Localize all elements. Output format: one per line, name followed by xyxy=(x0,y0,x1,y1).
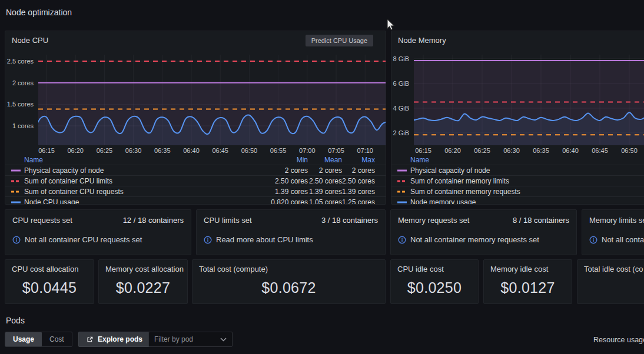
cost-value: $0.0127 xyxy=(484,279,572,296)
x-axis-tick-label: 06:45 xyxy=(587,147,613,154)
legend-min-value: 0.820 cores xyxy=(255,198,308,205)
legend-mean-value: 2 cores xyxy=(308,166,342,175)
legend-max-value: 2 cores xyxy=(342,166,375,175)
series-swatch-icon xyxy=(11,191,21,193)
legend-row[interactable]: Node memory usage xyxy=(391,196,644,204)
row-title-pods[interactable]: Pods xyxy=(6,316,25,325)
y-axis-tick-label: 1.5 cores xyxy=(5,101,34,108)
legend-row[interactable]: Sum of container memory requests xyxy=(391,186,644,196)
legend-header-name: Name xyxy=(397,156,634,164)
stat-link-label: Read more about CPU limits xyxy=(216,235,313,244)
filter-by-pod-placeholder: Filter by pod xyxy=(154,335,193,343)
legend-series-name: Sum of container memory limits xyxy=(410,177,634,185)
cost-title: CPU idle cost xyxy=(397,265,444,273)
legend-min-value: 1.39 cores xyxy=(255,188,308,196)
stat-value: 12 / 18 containers xyxy=(123,216,184,225)
legend-row[interactable]: Node CPU usage0.820 cores1.05 cores1.25 … xyxy=(5,196,386,204)
legend-header-row: Name xyxy=(391,155,644,165)
filter-by-pod-select[interactable]: Filter by pod xyxy=(148,332,233,347)
panel-title-node-memory: Node Memory xyxy=(398,36,446,45)
series-swatch-icon xyxy=(11,180,21,182)
stat-title: Memory limits set xyxy=(589,216,644,225)
stat-link-cpu-limits[interactable]: Read more about CPU limits xyxy=(204,235,313,244)
stat-link-memory-requests[interactable]: Not all container memory requests set xyxy=(398,235,539,244)
legend-row[interactable]: Physical capacity of node xyxy=(391,165,644,175)
legend-row[interactable]: Sum of container memory limits xyxy=(391,175,644,186)
x-axis-tick-label: 06:15 xyxy=(410,147,436,154)
stat-link-label: Not all containe xyxy=(602,235,644,244)
cost-title: Memory cost allocation xyxy=(105,265,184,273)
legend-max-value: 2.50 cores xyxy=(342,177,375,185)
panel-cpu-requests-set: CPU requests set 12 / 18 containers Not … xyxy=(5,209,191,255)
x-axis-tick-label: 07:10 xyxy=(352,147,378,154)
x-axis-tick-label: 06:40 xyxy=(178,147,204,154)
legend-series-name: Node memory usage xyxy=(410,198,634,205)
legend-series-name: Sum of container memory requests xyxy=(410,188,634,196)
info-icon xyxy=(589,236,597,244)
panel-node-memory: Node Memory 8 GiB6 GiB4 GiB2 GiB06:1506:… xyxy=(391,31,644,205)
stat-title: CPU limits set xyxy=(204,216,252,225)
x-axis-tick-label: 06:25 xyxy=(469,147,495,154)
stat-link-cpu-requests[interactable]: Not all container CPU requests set xyxy=(12,235,142,244)
legend-row[interactable]: Sum of container CPU limits2.50 cores2.5… xyxy=(5,175,386,186)
x-axis-tick-label: 06:20 xyxy=(62,147,88,154)
series-swatch-icon xyxy=(397,201,407,203)
legend-min-value: 2 cores xyxy=(255,166,308,175)
mem-plot-area xyxy=(414,55,644,145)
legend-header-name: Name xyxy=(11,156,255,164)
chevron-down-icon xyxy=(220,338,227,342)
panel-memory-idle-cost: Memory idle cost $0.0127 xyxy=(483,259,572,304)
stat-link-label: Not all container CPU requests set xyxy=(25,235,142,244)
legend-header-max: Max xyxy=(342,156,375,164)
legend-row[interactable]: Sum of container CPU requests1.39 cores1… xyxy=(5,186,386,196)
x-axis-tick-label: 06:15 xyxy=(34,147,59,154)
row-title-node-optimization[interactable]: Node optimization xyxy=(6,8,72,17)
cost-value: $0.0227 xyxy=(99,279,187,296)
x-axis-tick-label: 06:45 xyxy=(207,147,233,154)
panel-cpu-limits-set: CPU limits set 3 / 18 containers Read mo… xyxy=(196,209,386,255)
legend-table: NamePhysical capacity of nodeSum of cont… xyxy=(391,155,644,204)
stat-title: CPU requests set xyxy=(12,216,72,225)
legend-mean-value: 2.50 cores xyxy=(308,177,342,185)
x-axis-tick-label: 07:05 xyxy=(323,147,349,154)
x-axis-tick-label: 06:30 xyxy=(121,147,147,154)
tab-usage[interactable]: Usage xyxy=(5,332,42,346)
cost-title: Total idle cost (co xyxy=(584,265,643,273)
legend-header-min: Min xyxy=(255,156,308,164)
y-axis-tick-label: 6 GiB xyxy=(391,80,409,87)
info-icon xyxy=(398,236,406,244)
grafana-dashboard: Node optimization Node CPU Predict CPU U… xyxy=(0,0,644,354)
stat-link-memory-limits[interactable]: Not all containe xyxy=(589,235,644,244)
legend-row[interactable]: Physical capacity of node2 cores2 cores2… xyxy=(5,165,386,175)
panel-total-idle-cost: Total idle cost (co xyxy=(577,259,644,304)
cpu-plot-area xyxy=(38,55,386,145)
info-icon xyxy=(204,236,212,244)
legend-max-value: 1.25 cores xyxy=(342,198,375,205)
stat-value: 8 / 18 containers xyxy=(513,216,569,225)
legend-series-name: Physical capacity of node xyxy=(410,166,634,175)
legend-mean-value: 1.05 cores xyxy=(308,198,342,205)
x-axis-tick-label: 06:50 xyxy=(236,147,262,154)
series-swatch-icon xyxy=(397,169,407,172)
tab-cost[interactable]: Cost xyxy=(42,332,72,346)
y-axis-tick-label: 2.5 cores xyxy=(5,58,34,65)
legend-series-name: Physical capacity of node xyxy=(24,166,255,175)
y-axis-tick-label: 2 GiB xyxy=(391,129,409,136)
panel-memory-limits-set: Memory limits set Not all containe xyxy=(582,209,644,255)
x-axis-tick-label: 07:00 xyxy=(294,147,320,154)
series-swatch-icon xyxy=(397,180,407,182)
panel-memory-requests-set: Memory requests set 8 / 18 containers No… xyxy=(390,209,577,255)
legend-max-value: 1.39 cores xyxy=(342,188,375,196)
predict-cpu-usage-button[interactable]: Predict CPU Usage xyxy=(306,35,373,46)
explore-pods-button[interactable]: Explore pods xyxy=(78,332,150,347)
cost-title: CPU cost allocation xyxy=(12,265,78,273)
series-swatch-icon xyxy=(11,169,21,172)
stat-value: 3 / 18 containers xyxy=(321,216,378,225)
legend-header-row: NameMinMeanMax xyxy=(5,155,386,165)
y-axis-tick-label: 1 cores xyxy=(5,122,34,129)
panel-total-cost-compute: Total cost (compute) $0.0672 xyxy=(192,259,386,304)
legend-header-mean: Mean xyxy=(308,156,342,164)
cost-title: Memory idle cost xyxy=(490,265,548,273)
x-axis-tick-label: 06:40 xyxy=(557,147,583,154)
stat-title: Memory requests set xyxy=(398,216,469,225)
